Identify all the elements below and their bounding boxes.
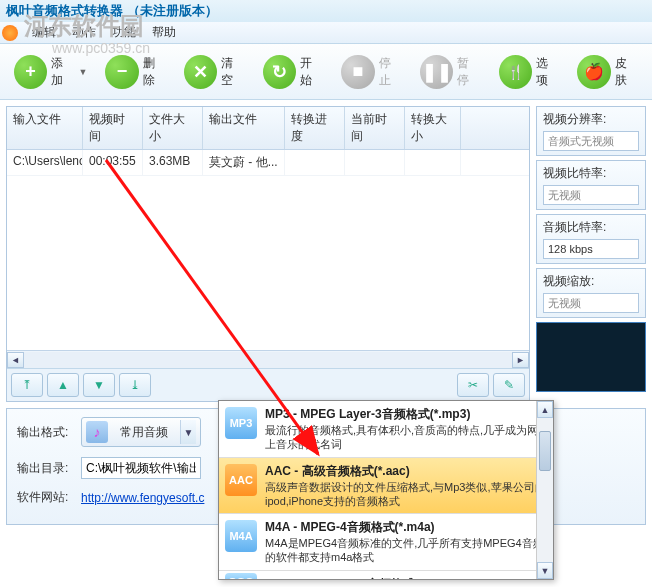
horizontal-scrollbar[interactable]: ◄ ► xyxy=(7,350,529,368)
titlebar: 枫叶音频格式转换器 （未注册版本） xyxy=(0,0,652,22)
dd-title: M4A - MPEG-4音频格式(*.m4a) xyxy=(265,519,547,536)
video-bitrate-label: 视频比特率: xyxy=(543,165,639,182)
cell-output: 莫文蔚 - 他... xyxy=(203,150,285,175)
cell-progress xyxy=(285,150,345,175)
ogg-icon: OGG xyxy=(225,573,257,580)
dd-desc: 最流行的音频格式,具有体积小,音质高的特点,几乎成为网上音乐的代名词 xyxy=(265,423,547,452)
cell-time: 00:03:55 xyxy=(83,150,143,175)
table-body[interactable]: C:\Users\leno... 00:03:55 3.63MB 莫文蔚 - 他… xyxy=(7,150,529,350)
scissors-icon: ✂ xyxy=(468,378,478,392)
video-bitrate-value[interactable]: 无视频 xyxy=(543,185,639,205)
music-note-icon: ♪ xyxy=(86,421,108,443)
output-dir-input[interactable] xyxy=(81,457,201,479)
main-area: 输入文件 视频时间 文件大小 输出文件 转换进度 当前时间 转换大小 C:\Us… xyxy=(0,100,652,408)
apple-icon: 🍎 xyxy=(577,55,610,89)
delete-label: 删除 xyxy=(143,55,166,89)
scroll-down-icon[interactable]: ▼ xyxy=(537,562,553,579)
minus-icon: − xyxy=(105,55,138,89)
clear-icon: ✕ xyxy=(184,55,217,89)
th-converted[interactable]: 转换大小 xyxy=(405,107,461,149)
format-dropdown: MP3 MP3 - MPEG Layer-3音频格式(*.mp3) 最流行的音频… xyxy=(218,400,554,580)
video-zoom-group: 视频缩放: 无视频 xyxy=(536,268,646,318)
dropdown-item-aac[interactable]: AAC AAC - 高级音频格式(*.aac) 高级声音数据设计的文件压缩格式,… xyxy=(219,458,553,515)
edit-button[interactable]: ✎ xyxy=(493,373,525,397)
start-button[interactable]: ↻ 开始 xyxy=(257,51,330,93)
dropdown-item-mp3[interactable]: MP3 MP3 - MPEG Layer-3音频格式(*.mp3) 最流行的音频… xyxy=(219,401,553,458)
audio-bitrate-label: 音频比特率: xyxy=(543,219,639,236)
scroll-left-icon[interactable]: ◄ xyxy=(7,352,24,368)
m4a-icon: M4A xyxy=(225,520,257,552)
side-panel: 视频分辨率: 音频式无视频 视频比特率: 无视频 音频比特率: 128 kbps… xyxy=(536,106,646,402)
format-combo-text: 常用音频 xyxy=(114,424,174,441)
dropdown-item-ogg[interactable]: OGG OGG - Ogg Vorbis音频格式(*.ogg) xyxy=(219,571,553,580)
options-label: 选项 xyxy=(536,55,559,89)
plus-icon: + xyxy=(14,55,47,89)
scrollbar-thumb[interactable] xyxy=(539,431,551,471)
pencil-icon: ✎ xyxy=(504,378,514,392)
table-row[interactable]: C:\Users\leno... 00:03:55 3.63MB 莫文蔚 - 他… xyxy=(7,150,529,176)
skin-button[interactable]: 🍎 皮肤 xyxy=(571,51,644,93)
play-icon: ↻ xyxy=(263,55,296,89)
site-link[interactable]: http://www.fengyesoft.c xyxy=(81,491,204,505)
dd-title: OGG - Ogg Vorbis音频格式(*.ogg) xyxy=(265,576,547,580)
th-output[interactable]: 输出文件 xyxy=(203,107,285,149)
site-label: 软件网站: xyxy=(17,489,73,506)
pause-label: 暂停 xyxy=(457,55,480,89)
stop-button[interactable]: ■ 停止 xyxy=(335,51,408,93)
cell-input: C:\Users\leno... xyxy=(7,150,83,175)
clear-label: 清空 xyxy=(221,55,244,89)
audio-bitrate-value[interactable]: 128 kbps xyxy=(543,239,639,259)
clear-button[interactable]: ✕ 清空 xyxy=(178,51,251,93)
options-button[interactable]: 🍴 选项 xyxy=(493,51,566,93)
move-down-button[interactable]: ▼ xyxy=(83,373,115,397)
up-icon: ▲ xyxy=(57,378,69,392)
th-time[interactable]: 视频时间 xyxy=(83,107,143,149)
menu-function[interactable]: 功能 xyxy=(104,22,144,43)
table-header: 输入文件 视频时间 文件大小 输出文件 转换进度 当前时间 转换大小 xyxy=(7,107,529,150)
menu-action[interactable]: 动作 xyxy=(64,22,104,43)
video-bitrate-group: 视频比特率: 无视频 xyxy=(536,160,646,210)
format-label: 输出格式: xyxy=(17,424,73,441)
video-resolution-group: 视频分辨率: 音频式无视频 xyxy=(536,106,646,156)
audio-bitrate-group: 音频比特率: 128 kbps xyxy=(536,214,646,264)
cell-size: 3.63MB xyxy=(143,150,203,175)
th-size[interactable]: 文件大小 xyxy=(143,107,203,149)
video-zoom-value[interactable]: 无视频 xyxy=(543,293,639,313)
pause-button[interactable]: ❚❚ 暂停 xyxy=(414,51,487,93)
add-button[interactable]: + 添加 ▼ xyxy=(8,51,93,93)
move-top-button[interactable]: ⤒ xyxy=(11,373,43,397)
cut-button[interactable]: ✂ xyxy=(457,373,489,397)
scroll-track[interactable] xyxy=(24,352,512,368)
chevron-down-icon[interactable]: ▼ xyxy=(180,420,196,444)
th-progress[interactable]: 转换进度 xyxy=(285,107,345,149)
scroll-right-icon[interactable]: ► xyxy=(512,352,529,368)
pause-icon: ❚❚ xyxy=(420,55,453,89)
menu-edit[interactable]: 编辑 xyxy=(24,22,64,43)
dropdown-item-m4a[interactable]: M4A M4A - MPEG-4音频格式(*.m4a) M4A是MPEG4音频标… xyxy=(219,514,553,571)
format-combo[interactable]: ♪ 常用音频 ▼ xyxy=(81,417,201,447)
preview-area xyxy=(536,322,646,392)
cell-current xyxy=(345,150,405,175)
dir-label: 输出目录: xyxy=(17,460,73,477)
down-icon: ▼ xyxy=(93,378,105,392)
skin-label: 皮肤 xyxy=(615,55,638,89)
menu-help[interactable]: 帮助 xyxy=(144,22,184,43)
stop-label: 停止 xyxy=(379,55,402,89)
toolbar: + 添加 ▼ − 删除 ✕ 清空 ↻ 开始 ■ 停止 ❚❚ 暂停 🍴 选项 🍎 … xyxy=(0,44,652,100)
th-input[interactable]: 输入文件 xyxy=(7,107,83,149)
th-current[interactable]: 当前时间 xyxy=(345,107,405,149)
move-up-button[interactable]: ▲ xyxy=(47,373,79,397)
menubar: 编辑 动作 功能 帮助 xyxy=(0,22,652,44)
move-bottom-button[interactable]: ⤓ xyxy=(119,373,151,397)
video-res-value[interactable]: 音频式无视频 xyxy=(543,131,639,151)
double-down-icon: ⤓ xyxy=(130,378,140,392)
start-label: 开始 xyxy=(300,55,323,89)
app-icon xyxy=(2,25,18,41)
dd-desc: 高级声音数据设计的文件压缩格式,与Mp3类似,苹果公司的ipod,iPhone支… xyxy=(265,480,547,509)
scroll-up-icon[interactable]: ▲ xyxy=(537,401,553,418)
cell-converted xyxy=(405,150,461,175)
dropdown-scrollbar[interactable]: ▲ ▼ xyxy=(536,401,553,579)
add-label: 添加 xyxy=(51,55,74,89)
delete-button[interactable]: − 删除 xyxy=(99,51,172,93)
dd-title: MP3 - MPEG Layer-3音频格式(*.mp3) xyxy=(265,406,547,423)
